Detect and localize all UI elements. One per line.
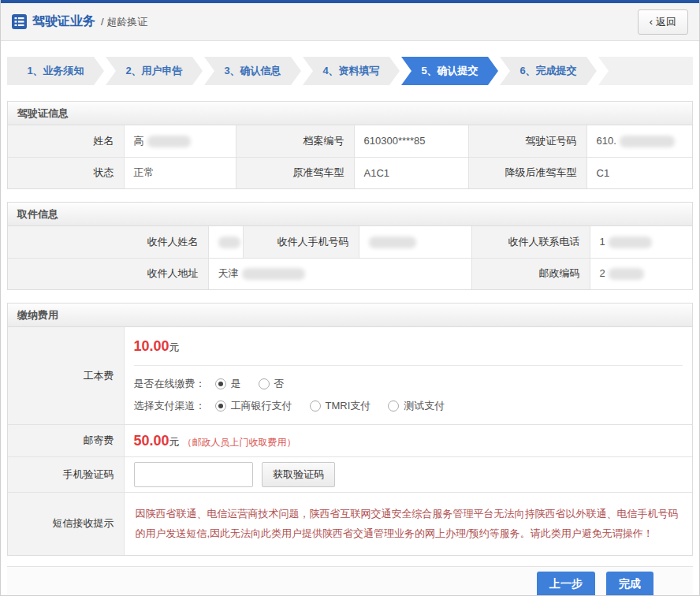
status-label: 状态 bbox=[8, 157, 124, 188]
original-class-label: 原准驾车型 bbox=[236, 157, 354, 188]
channel-tmri-label: TMRI支付 bbox=[326, 399, 371, 413]
table-row: 状态 正常 原准驾车型 A1C1 降级后准驾车型 C1 bbox=[8, 157, 692, 188]
downgraded-class-value: C1 bbox=[586, 157, 692, 188]
step-1-notice[interactable]: 1、业务须知 bbox=[7, 57, 104, 85]
redacted-recipient-phone bbox=[609, 237, 652, 248]
redacted-name bbox=[147, 136, 191, 147]
license-info-section: 驾驶证信息 姓名 高 档案编号 610300****85 驾驶证号码 610. … bbox=[7, 101, 693, 189]
table-row: 工本费 10.00元 是否在线缴费： 是 否 选择支付渠道： 工商银行支付 TM… bbox=[8, 327, 692, 425]
postal-code-value: 2 bbox=[590, 258, 692, 289]
online-pay-no-option[interactable]: 否 bbox=[259, 377, 285, 391]
payment-section: 缴纳费用 工本费 10.00元 是否在线缴费： 是 否 选择支付渠道： 工商银行… bbox=[7, 303, 693, 556]
redacted-recipient-address bbox=[242, 268, 305, 280]
online-pay-yes-option[interactable]: 是 bbox=[215, 377, 241, 391]
channel-tmri-option[interactable]: TMRI支付 bbox=[310, 399, 371, 413]
status-value: 正常 bbox=[124, 157, 236, 188]
finish-button[interactable]: 完成 bbox=[606, 572, 653, 596]
work-fee-amount: 10.00 bbox=[134, 338, 169, 354]
radio-icbc-icon[interactable] bbox=[215, 400, 226, 412]
redacted-recipient-name bbox=[218, 237, 240, 248]
table-row: 收件人地址 天津 邮政编码 2 bbox=[8, 258, 692, 289]
payment-section-title: 缴纳费用 bbox=[8, 304, 692, 327]
pickup-info-section: 取件信息 收件人姓名 收件人手机号码 收件人联系电话 1 收件人地址 天津 邮政… bbox=[7, 202, 693, 290]
work-fee-cell: 10.00元 是否在线缴费： 是 否 选择支付渠道： 工商银行支付 TMRI支付… bbox=[124, 327, 692, 425]
name-label: 姓名 bbox=[8, 125, 124, 157]
header: 驾驶证业务 / 超龄换证 ‹返回 bbox=[1, 3, 699, 41]
work-fee-amount-line: 10.00元 bbox=[134, 338, 683, 355]
pay-channel-question: 选择支付渠道： bbox=[134, 399, 206, 413]
step-6-complete[interactable]: 6、完成提交 bbox=[500, 57, 597, 85]
step-2-declaration[interactable]: 2、用户申告 bbox=[106, 57, 203, 85]
step-4-fill-data[interactable]: 4、资料填写 bbox=[303, 57, 400, 85]
recipient-phone-value: 1 bbox=[590, 226, 692, 258]
pickup-info-table: 收件人姓名 收件人手机号码 收件人联系电话 1 收件人地址 天津 邮政编码 2 bbox=[8, 226, 692, 289]
post-fee-label: 邮寄费 bbox=[8, 425, 124, 457]
step-bar-filler bbox=[598, 57, 693, 85]
recipient-name-value bbox=[208, 226, 243, 258]
file-number-label: 档案编号 bbox=[236, 125, 354, 157]
postal-code-label: 邮政编码 bbox=[471, 258, 590, 289]
channel-icbc-option[interactable]: 工商银行支付 bbox=[215, 399, 292, 413]
downgraded-class-label: 降级后准驾车型 bbox=[468, 157, 586, 188]
payment-table: 工本费 10.00元 是否在线缴费： 是 否 选择支付渠道： 工商银行支付 TM… bbox=[8, 327, 692, 555]
online-pay-yes-label: 是 bbox=[231, 377, 241, 391]
redacted-recipient-mobile bbox=[369, 237, 416, 248]
table-row: 手机验证码 获取验证码 bbox=[8, 457, 692, 493]
step-progress-bar: 1、业务须知 2、用户申告 3、确认信息 4、资料填写 5、确认提交 6、完成提… bbox=[7, 57, 693, 85]
online-pay-question: 是否在线缴费： bbox=[134, 377, 206, 391]
online-pay-no-label: 否 bbox=[274, 377, 285, 391]
work-fee-label: 工本费 bbox=[8, 327, 124, 425]
license-number-label: 驾驶证号码 bbox=[468, 125, 586, 157]
step-5-confirm-submit[interactable]: 5、确认提交 bbox=[401, 57, 498, 85]
captcha-input[interactable] bbox=[134, 462, 253, 487]
redacted-license-number bbox=[620, 136, 675, 147]
license-info-table: 姓名 高 档案编号 610300****85 驾驶证号码 610. 状态 正常 … bbox=[8, 125, 692, 188]
sms-tip-cell: 因陕西省联通、电信运营商技术问题，陕西省互联网交通安全综合服务管理平台无法向持陕… bbox=[124, 493, 692, 555]
channel-test-option[interactable]: 测试支付 bbox=[388, 399, 445, 413]
radio-test-icon[interactable] bbox=[388, 400, 399, 412]
recipient-mobile-value bbox=[359, 226, 471, 258]
captcha-cell: 获取验证码 bbox=[124, 457, 692, 493]
divider bbox=[134, 365, 683, 366]
name-value: 高 bbox=[124, 125, 236, 157]
radio-yes-icon[interactable] bbox=[215, 378, 226, 389]
table-row: 短信接收提示 因陕西省联通、电信运营商技术问题，陕西省互联网交通安全综合服务管理… bbox=[8, 493, 692, 555]
back-chevron-icon: ‹ bbox=[650, 16, 653, 28]
license-section-title: 驾驶证信息 bbox=[8, 102, 692, 125]
page-title: 驾驶证业务 bbox=[32, 13, 95, 30]
recipient-address-label: 收件人地址 bbox=[8, 258, 208, 289]
get-captcha-button[interactable]: 获取验证码 bbox=[262, 462, 335, 487]
footer-action-bar: 上一步 完成 bbox=[7, 566, 693, 596]
post-fee-amount: 50.00 bbox=[134, 433, 169, 449]
license-number-value: 610. bbox=[586, 125, 692, 157]
back-button-label: 返回 bbox=[656, 16, 676, 28]
radio-tmri-icon[interactable] bbox=[310, 400, 321, 412]
table-row: 收件人姓名 收件人手机号码 收件人联系电话 1 bbox=[8, 226, 692, 258]
channel-test-label: 测试支付 bbox=[404, 399, 445, 413]
sms-tip-label: 短信接收提示 bbox=[8, 493, 124, 555]
table-row: 邮寄费 50.00元（邮政人员上门收取费用） bbox=[8, 425, 692, 457]
previous-step-button[interactable]: 上一步 bbox=[537, 572, 595, 596]
yuan-unit: 元 bbox=[169, 436, 180, 448]
yuan-unit: 元 bbox=[169, 341, 180, 353]
recipient-mobile-label: 收件人手机号码 bbox=[243, 226, 359, 258]
back-button[interactable]: ‹返回 bbox=[638, 9, 688, 35]
channel-icbc-label: 工商银行支付 bbox=[231, 399, 292, 413]
original-class-value: A1C1 bbox=[354, 157, 468, 188]
post-fee-note: （邮政人员上门收取费用） bbox=[183, 437, 296, 448]
post-fee-cell: 50.00元（邮政人员上门收取费用） bbox=[124, 425, 692, 457]
pay-channel-question-row: 选择支付渠道： 工商银行支付 TMRI支付 测试支付 bbox=[134, 399, 683, 413]
list-icon bbox=[12, 14, 27, 29]
recipient-name-label: 收件人姓名 bbox=[8, 226, 208, 258]
recipient-phone-label: 收件人联系电话 bbox=[471, 226, 590, 258]
table-row: 姓名 高 档案编号 610300****85 驾驶证号码 610. bbox=[8, 125, 692, 157]
pickup-section-title: 取件信息 bbox=[8, 203, 692, 226]
step-3-confirm-info[interactable]: 3、确认信息 bbox=[204, 57, 301, 85]
radio-no-icon[interactable] bbox=[259, 378, 270, 389]
file-number-value: 610300****85 bbox=[354, 125, 468, 157]
redacted-postal-code bbox=[609, 268, 644, 280]
sms-tip-text: 因陕西省联通、电信运营商技术问题，陕西省互联网交通安全综合服务管理平台无法向持陕… bbox=[136, 501, 682, 547]
online-pay-question-row: 是否在线缴费： 是 否 bbox=[134, 377, 683, 391]
captcha-label: 手机验证码 bbox=[8, 457, 124, 493]
page: 驾驶证业务 / 超龄换证 ‹返回 1、业务须知 2、用户申告 3、确认信息 4、… bbox=[0, 0, 700, 596]
